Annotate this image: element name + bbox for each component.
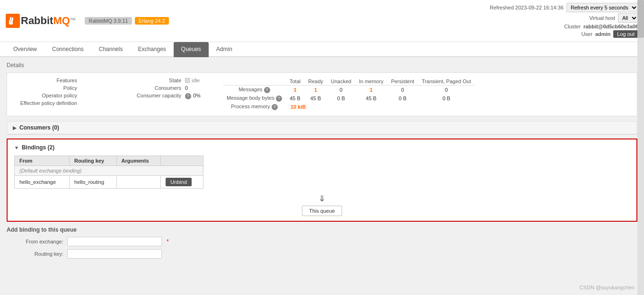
refresh-select[interactable]: Refresh every 5 seconds <box>566 3 638 12</box>
from-exchange-label: From exchange: <box>7 239 63 244</box>
operator-policy-row: Operator policy <box>15 93 119 98</box>
scrollbar-track[interactable] <box>637 0 644 266</box>
user-label: User <box>582 31 592 37</box>
consumers-label: Consumers <box>119 85 185 91</box>
refresh-row: Refreshed 2023-09-22 16:14:36 Refresh ev… <box>490 3 638 12</box>
messages-row-label: Messages ? <box>223 86 286 95</box>
logo: RabbitMQTM <box>6 14 75 28</box>
col-persistent: Persistent <box>387 78 418 86</box>
effective-policy-label: Effective policy definition <box>15 100 81 106</box>
state-row: State idle <box>119 78 223 83</box>
process-memory-row: Process memory ? 10 kiB <box>223 103 475 111</box>
msg-body-unacked: 0 B <box>327 94 355 103</box>
consumer-capacity-help-icon[interactable]: ? <box>185 93 191 99</box>
consumers-header[interactable]: ▶ Consumers (0) <box>7 121 637 134</box>
messages-transient: 0 <box>418 86 475 95</box>
operator-policy-label: Operator policy <box>15 93 81 98</box>
nav-channels[interactable]: Channels <box>91 42 131 57</box>
details-main: Features Policy Operator policy Effectiv… <box>15 78 629 111</box>
details-middle: State idle Consumers 0 Consumer capacity… <box>119 78 223 111</box>
this-queue-button[interactable]: This queue <box>302 206 342 216</box>
default-binding-row: (Default exchange binding) <box>15 166 203 176</box>
nav-exchanges[interactable]: Exchanges <box>130 42 173 57</box>
svg-point-3 <box>10 20 11 21</box>
cluster-value: rabbit@0d5cb60e3a06 <box>583 24 638 29</box>
cluster-row: Cluster rabbit@0d5cb60e3a06 <box>490 24 638 29</box>
messages-in-memory: 1 <box>355 86 387 95</box>
vhost-select[interactable]: All <box>618 13 638 23</box>
content-area: Details Features Policy Operator policy … <box>0 57 644 266</box>
state-label: State <box>119 78 185 83</box>
consumer-capacity-label: Consumer capacity <box>119 93 185 99</box>
routing-key-input[interactable] <box>67 249 162 259</box>
consumers-section: ▶ Consumers (0) <box>7 121 637 135</box>
col-in-memory: In memory <box>355 78 387 86</box>
state-dot-icon <box>185 78 190 83</box>
arrow-down-symbol: ⇓ <box>14 193 630 204</box>
policy-label: Policy <box>15 85 81 91</box>
logo-text: RabbitMQTM <box>21 15 75 27</box>
refreshed-label: Refreshed 2023-09-22 16:14:36 <box>490 5 564 10</box>
svg-rect-2 <box>12 17 13 20</box>
col-total: Total <box>286 78 304 86</box>
logo-area: RabbitMQTM RabbitMQ 3.9.11 Erlang 24.2 <box>6 14 169 28</box>
user-row: User admin Log out <box>490 30 638 38</box>
scrollbar-thumb[interactable] <box>637 0 644 38</box>
consumer-capacity-help[interactable]: ? <box>185 93 191 99</box>
from-exchange-input[interactable] <box>67 237 162 246</box>
col-transient-paged-out: Transient, Paged Out <box>418 78 475 86</box>
msg-body-persistent: 0 B <box>387 94 418 103</box>
vhost-label: Virtual host <box>589 15 615 21</box>
logo-mq-text: MQ <box>53 15 70 26</box>
user-value: admin <box>595 31 610 37</box>
details-left: Features Policy Operator policy Effectiv… <box>15 78 119 111</box>
messages-table: Total Ready Unacked In memory Persistent… <box>223 78 475 111</box>
col-actions-header <box>161 156 203 166</box>
unbind-button[interactable]: Unbind <box>166 178 192 186</box>
from-exchange-row: From exchange: * <box>7 237 637 246</box>
routing-key-form-label: Routing key: <box>7 251 63 257</box>
col-from-header: From <box>15 156 70 166</box>
svg-rect-1 <box>10 17 11 20</box>
policy-row: Policy <box>15 85 119 91</box>
msg-body-total: 45 B <box>286 94 304 103</box>
add-binding-section: Add binding to this queue From exchange:… <box>7 226 637 259</box>
consumers-row: Consumers 0 <box>119 85 223 91</box>
logo-tm: TM <box>70 17 76 21</box>
bindings-arrow-icon: ▼ <box>14 145 19 150</box>
rabbit-icon <box>6 14 20 28</box>
state-value: idle <box>185 78 200 83</box>
nav-admin[interactable]: Admin <box>209 42 240 57</box>
nav-queues[interactable]: Queues <box>174 42 209 57</box>
consumers-title: Consumers (0) <box>19 124 59 131</box>
svg-rect-0 <box>9 20 13 25</box>
msg-body-in-memory: 45 B <box>355 94 387 103</box>
consumer-capacity-value: 0% <box>193 93 201 99</box>
binding-routing-key: hello_routing <box>70 176 116 189</box>
msg-body-help-icon[interactable]: ? <box>276 95 282 102</box>
bindings-header[interactable]: ▼ Bindings (2) <box>14 144 630 151</box>
col-routing-key-header: Routing key <box>70 156 116 166</box>
details-section-title: Details <box>7 62 637 69</box>
required-star: * <box>167 238 169 245</box>
messages-ready: 1 <box>304 86 327 95</box>
erlang-version-badge: Erlang 24.2 <box>135 17 169 25</box>
messages-help-icon[interactable]: ? <box>264 87 270 93</box>
binding-unbind-cell: Unbind <box>161 176 203 189</box>
cluster-label: Cluster <box>564 24 581 29</box>
bindings-table-header-row: From Routing key Arguments <box>15 156 203 166</box>
version-badges: RabbitMQ 3.9.11 Erlang 24.2 <box>85 17 168 25</box>
nav-overview[interactable]: Overview <box>6 42 44 57</box>
nav-connections[interactable]: Connections <box>44 42 91 57</box>
messages-unacked: 0 <box>327 86 355 95</box>
features-label: Features <box>15 78 81 83</box>
logout-button[interactable]: Log out <box>613 30 638 38</box>
rabbitmq-version-badge: RabbitMQ 3.9.11 <box>85 17 132 25</box>
process-memory-help-icon[interactable]: ? <box>272 104 278 110</box>
routing-key-form-row: Routing key: <box>7 249 637 259</box>
consumers-arrow-icon: ▶ <box>13 125 17 130</box>
messages-total: 1 <box>286 86 304 95</box>
effective-policy-row: Effective policy definition <box>15 100 119 106</box>
vhost-row: Virtual host All <box>490 13 638 23</box>
details-messages: Total Ready Unacked In memory Persistent… <box>223 78 629 111</box>
